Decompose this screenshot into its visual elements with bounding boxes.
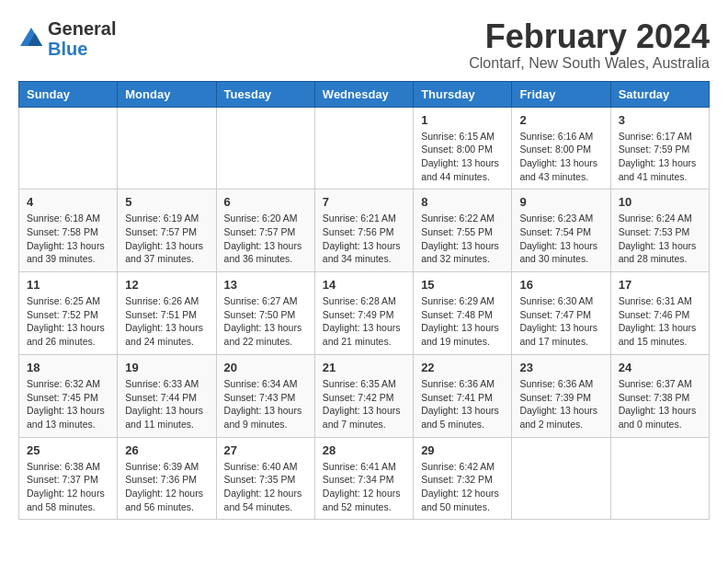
calendar-cell: [216, 107, 314, 190]
calendar-cell: 6Sunrise: 6:20 AM Sunset: 7:57 PM Daylig…: [216, 190, 314, 272]
day-header-thursday: Thursday: [414, 81, 512, 107]
day-info: Sunrise: 6:38 AM Sunset: 7:37 PM Dayligh…: [27, 460, 109, 514]
calendar-cell: [512, 437, 610, 520]
day-info: Sunrise: 6:40 AM Sunset: 7:35 PM Dayligh…: [224, 460, 307, 514]
calendar-cell: 12Sunrise: 6:26 AM Sunset: 7:51 PM Dayli…: [118, 272, 216, 355]
subtitle: Clontarf, New South Wales, Australia: [469, 55, 710, 72]
calendar-cell: 23Sunrise: 6:36 AM Sunset: 7:39 PM Dayli…: [512, 354, 610, 437]
day-info: Sunrise: 6:35 AM Sunset: 7:42 PM Dayligh…: [323, 377, 405, 431]
day-info: Sunrise: 6:19 AM Sunset: 7:57 PM Dayligh…: [125, 212, 208, 266]
day-info: Sunrise: 6:24 AM Sunset: 7:53 PM Dayligh…: [619, 212, 701, 266]
day-info: Sunrise: 6:17 AM Sunset: 7:59 PM Dayligh…: [619, 130, 701, 184]
day-info: Sunrise: 6:27 AM Sunset: 7:50 PM Dayligh…: [224, 294, 307, 349]
calendar-week-5: 25Sunrise: 6:38 AM Sunset: 7:37 PM Dayli…: [19, 437, 710, 520]
day-number: 10: [619, 195, 701, 209]
calendar-cell: 8Sunrise: 6:22 AM Sunset: 7:55 PM Daylig…: [414, 190, 512, 272]
day-info: Sunrise: 6:31 AM Sunset: 7:46 PM Dayligh…: [619, 294, 701, 349]
day-info: Sunrise: 6:16 AM Sunset: 8:00 PM Dayligh…: [519, 130, 602, 184]
calendar-cell: 2Sunrise: 6:16 AM Sunset: 8:00 PM Daylig…: [512, 107, 610, 190]
day-info: Sunrise: 6:25 AM Sunset: 7:52 PM Dayligh…: [27, 294, 109, 349]
day-number: 28: [323, 443, 405, 457]
calendar-cell: 4Sunrise: 6:18 AM Sunset: 7:58 PM Daylig…: [19, 190, 118, 272]
day-number: 12: [125, 278, 208, 292]
day-info: Sunrise: 6:26 AM Sunset: 7:51 PM Dayligh…: [125, 294, 208, 349]
day-info: Sunrise: 6:18 AM Sunset: 7:58 PM Dayligh…: [27, 212, 109, 266]
day-number: 22: [421, 361, 504, 374]
day-info: Sunrise: 6:21 AM Sunset: 7:56 PM Dayligh…: [323, 212, 405, 266]
calendar-cell: 26Sunrise: 6:39 AM Sunset: 7:36 PM Dayli…: [118, 437, 216, 520]
day-info: Sunrise: 6:36 AM Sunset: 7:39 PM Dayligh…: [519, 377, 602, 431]
calendar-cell: 3Sunrise: 6:17 AM Sunset: 7:59 PM Daylig…: [610, 107, 709, 190]
day-number: 20: [224, 361, 307, 374]
calendar-cell: 13Sunrise: 6:27 AM Sunset: 7:50 PM Dayli…: [216, 272, 314, 355]
calendar-cell: 5Sunrise: 6:19 AM Sunset: 7:57 PM Daylig…: [118, 190, 216, 272]
day-number: 6: [224, 195, 307, 209]
calendar-cell: 17Sunrise: 6:31 AM Sunset: 7:46 PM Dayli…: [610, 272, 709, 355]
day-info: Sunrise: 6:34 AM Sunset: 7:43 PM Dayligh…: [224, 377, 307, 431]
day-number: 24: [619, 361, 701, 374]
day-number: 7: [323, 195, 405, 209]
day-header-tuesday: Tuesday: [216, 81, 314, 107]
day-number: 29: [421, 443, 504, 457]
header-row: SundayMondayTuesdayWednesdayThursdayFrid…: [19, 81, 710, 107]
day-header-sunday: Sunday: [19, 81, 118, 107]
calendar-cell: 27Sunrise: 6:40 AM Sunset: 7:35 PM Dayli…: [216, 437, 314, 520]
day-number: 27: [224, 443, 307, 457]
calendar-cell: 29Sunrise: 6:42 AM Sunset: 7:32 PM Dayli…: [414, 437, 512, 520]
day-header-wednesday: Wednesday: [314, 81, 413, 107]
day-number: 11: [27, 278, 109, 292]
calendar-week-2: 4Sunrise: 6:18 AM Sunset: 7:58 PM Daylig…: [19, 190, 710, 272]
day-number: 15: [421, 278, 504, 292]
calendar-cell: 21Sunrise: 6:35 AM Sunset: 7:42 PM Dayli…: [314, 354, 413, 437]
day-number: 3: [619, 113, 701, 127]
day-number: 16: [519, 278, 602, 292]
calendar-cell: 10Sunrise: 6:24 AM Sunset: 7:53 PM Dayli…: [610, 190, 709, 272]
calendar-cell: 11Sunrise: 6:25 AM Sunset: 7:52 PM Dayli…: [19, 272, 118, 355]
day-number: 13: [224, 278, 307, 292]
calendar-cell: [19, 107, 118, 190]
day-info: Sunrise: 6:23 AM Sunset: 7:54 PM Dayligh…: [519, 212, 602, 266]
calendar-week-1: 1Sunrise: 6:15 AM Sunset: 8:00 PM Daylig…: [19, 107, 710, 190]
day-number: 5: [125, 195, 208, 209]
day-number: 23: [519, 361, 602, 374]
calendar-week-4: 18Sunrise: 6:32 AM Sunset: 7:45 PM Dayli…: [19, 354, 710, 437]
day-info: Sunrise: 6:32 AM Sunset: 7:45 PM Dayligh…: [27, 377, 109, 431]
day-header-monday: Monday: [118, 81, 216, 107]
logo: General Blue: [18, 18, 116, 59]
title-section: February 2024 Clontarf, New South Wales,…: [469, 18, 710, 72]
calendar-cell: 15Sunrise: 6:29 AM Sunset: 7:48 PM Dayli…: [414, 272, 512, 355]
day-info: Sunrise: 6:37 AM Sunset: 7:38 PM Dayligh…: [619, 377, 701, 431]
day-info: Sunrise: 6:29 AM Sunset: 7:48 PM Dayligh…: [421, 294, 504, 349]
day-info: Sunrise: 6:33 AM Sunset: 7:44 PM Dayligh…: [125, 377, 208, 431]
day-info: Sunrise: 6:30 AM Sunset: 7:47 PM Dayligh…: [519, 294, 602, 349]
calendar-cell: 1Sunrise: 6:15 AM Sunset: 8:00 PM Daylig…: [414, 107, 512, 190]
day-number: 1: [421, 113, 504, 127]
day-number: 25: [27, 443, 109, 457]
day-info: Sunrise: 6:28 AM Sunset: 7:49 PM Dayligh…: [323, 294, 405, 349]
main-title: February 2024: [469, 18, 710, 55]
day-number: 17: [619, 278, 701, 292]
day-number: 14: [323, 278, 405, 292]
day-header-saturday: Saturday: [610, 81, 709, 107]
day-info: Sunrise: 6:15 AM Sunset: 8:00 PM Dayligh…: [421, 130, 504, 184]
calendar-cell: 14Sunrise: 6:28 AM Sunset: 7:49 PM Dayli…: [314, 272, 413, 355]
calendar-table: SundayMondayTuesdayWednesdayThursdayFrid…: [18, 81, 710, 521]
logo-icon: [18, 26, 44, 52]
day-info: Sunrise: 6:39 AM Sunset: 7:36 PM Dayligh…: [125, 460, 208, 514]
calendar-week-3: 11Sunrise: 6:25 AM Sunset: 7:52 PM Dayli…: [19, 272, 710, 355]
day-info: Sunrise: 6:22 AM Sunset: 7:55 PM Dayligh…: [421, 212, 504, 266]
page-header: General Blue February 2024 Clontarf, New…: [18, 18, 710, 72]
day-info: Sunrise: 6:20 AM Sunset: 7:57 PM Dayligh…: [224, 212, 307, 266]
day-number: 18: [27, 361, 109, 374]
day-info: Sunrise: 6:36 AM Sunset: 7:41 PM Dayligh…: [421, 377, 504, 431]
calendar-cell: 25Sunrise: 6:38 AM Sunset: 7:37 PM Dayli…: [19, 437, 118, 520]
day-number: 9: [519, 195, 602, 209]
calendar-cell: 28Sunrise: 6:41 AM Sunset: 7:34 PM Dayli…: [314, 437, 413, 520]
day-number: 2: [519, 113, 602, 127]
calendar-cell: 24Sunrise: 6:37 AM Sunset: 7:38 PM Dayli…: [610, 354, 709, 437]
calendar-cell: 18Sunrise: 6:32 AM Sunset: 7:45 PM Dayli…: [19, 354, 118, 437]
day-number: 4: [27, 195, 109, 209]
calendar-cell: [610, 437, 709, 520]
calendar-cell: 19Sunrise: 6:33 AM Sunset: 7:44 PM Dayli…: [118, 354, 216, 437]
calendar-cell: 16Sunrise: 6:30 AM Sunset: 7:47 PM Dayli…: [512, 272, 610, 355]
